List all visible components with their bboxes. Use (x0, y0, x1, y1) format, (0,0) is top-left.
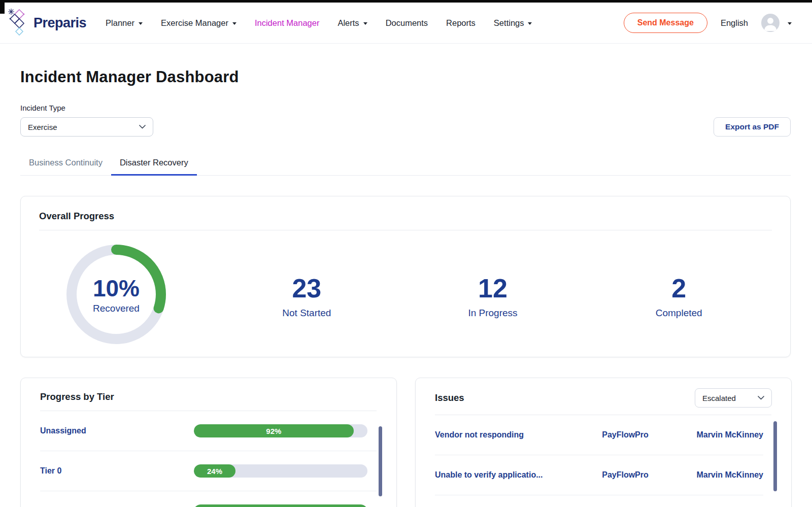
window-top-edge (0, 0, 812, 3)
caret-down-icon (528, 22, 532, 25)
issue-assignee: Marvin McKinney (673, 470, 763, 480)
stat-in-progress: 12 In Progress (400, 273, 586, 319)
caret-down-icon (139, 22, 143, 25)
bottom-cards-row: Progress by Tier Unassigned 92% Tier 0 2… (20, 378, 791, 507)
stat-completed: 2 Completed (586, 273, 772, 319)
tier-row: Tier 1 100% (21, 491, 396, 507)
scrollbar-thumb[interactable] (379, 426, 382, 496)
issue-row[interactable]: Vendor not responding PayFlowPro Marvin … (416, 415, 791, 455)
issues-title: Issues (435, 392, 464, 403)
issue-system: PayFlowPro (577, 430, 673, 440)
nav-item-reports[interactable]: Reports (446, 18, 476, 28)
progress-by-tier-card: Progress by Tier Unassigned 92% Tier 0 2… (20, 378, 397, 507)
main-menu: Planner Exercise Manager Incident Manage… (106, 18, 532, 28)
overall-progress-body: 10% Recovered 23 Not Started 12 In Progr… (39, 230, 772, 358)
caret-down-icon (232, 22, 236, 25)
issue-name: Unable to verify applicatio... (435, 470, 577, 480)
progress-bar: 92% (194, 424, 367, 437)
tier-row: Unassigned 92% (21, 411, 396, 451)
nav-item-incident-manager[interactable]: Incident Manager (255, 18, 320, 28)
page-title: Incident Manager Dashboard (20, 68, 791, 86)
brand-logo[interactable]: Preparis (7, 7, 86, 39)
divider (435, 495, 763, 495)
send-message-button[interactable]: Send Message (624, 13, 707, 33)
user-avatar-icon (761, 14, 780, 32)
window-corner (0, 0, 5, 14)
issues-header: Issues Escalated (416, 378, 791, 408)
language-selector[interactable]: English (721, 18, 748, 28)
nav-item-settings[interactable]: Settings (494, 18, 532, 28)
chevron-down-icon (758, 396, 764, 400)
tab-business-continuity[interactable]: Business Continuity (20, 153, 111, 175)
incident-type-select[interactable]: Exercise (20, 117, 153, 137)
issue-assignee: Marvin McKinney (673, 430, 763, 440)
scrollbar-thumb[interactable] (773, 421, 777, 491)
issues-card: Issues Escalated Vendor not responding P… (415, 378, 792, 507)
recovery-donut-chart: 10% Recovered (39, 244, 214, 345)
tab-bar: Business Continuity Disaster Recovery (20, 153, 791, 176)
tab-disaster-recovery[interactable]: Disaster Recovery (111, 153, 197, 176)
stat-not-started: 23 Not Started (214, 273, 400, 319)
tier-row: Tier 0 24% (21, 451, 396, 491)
top-navbar: Preparis Planner Exercise Manager Incide… (0, 0, 812, 44)
overall-progress-card: Overall Progress 10% Recovered 23 Not St… (20, 196, 791, 357)
incident-type-field: Incident Type Exercise (20, 104, 153, 137)
recovered-label: Recovered (93, 303, 140, 314)
issue-row[interactable]: Unable to verify applicatio... PayFlowPr… (416, 455, 791, 495)
progress-bar: 100% (194, 504, 367, 507)
issue-name: Vendor not responding (435, 430, 577, 440)
recovered-percent: 10% (93, 275, 140, 302)
progress-bar: 24% (194, 464, 367, 478)
caret-down-icon (788, 22, 792, 25)
progress-by-tier-title: Progress by Tier (21, 378, 396, 402)
incident-type-label: Incident Type (20, 104, 153, 112)
overall-progress-title: Overall Progress (39, 196, 772, 222)
navbar-right: Send Message English (624, 13, 792, 33)
nav-item-planner[interactable]: Planner (106, 18, 143, 28)
brand-name: Preparis (33, 15, 86, 31)
user-menu[interactable] (761, 14, 792, 32)
chevron-down-icon (139, 125, 146, 129)
nav-item-documents[interactable]: Documents (386, 18, 428, 28)
controls-row: Incident Type Exercise Export as PDF (20, 104, 791, 137)
brand-icon (7, 7, 30, 39)
issue-system: PayFlowPro (577, 470, 673, 480)
export-pdf-button[interactable]: Export as PDF (714, 117, 791, 137)
nav-item-exercise-manager[interactable]: Exercise Manager (161, 18, 236, 28)
donut-center-label: 10% Recovered (65, 244, 167, 345)
issues-filter-select[interactable]: Escalated (695, 388, 772, 408)
main-content: Incident Manager Dashboard Incident Type… (20, 68, 791, 507)
nav-item-alerts[interactable]: Alerts (337, 18, 367, 28)
caret-down-icon (363, 22, 367, 25)
